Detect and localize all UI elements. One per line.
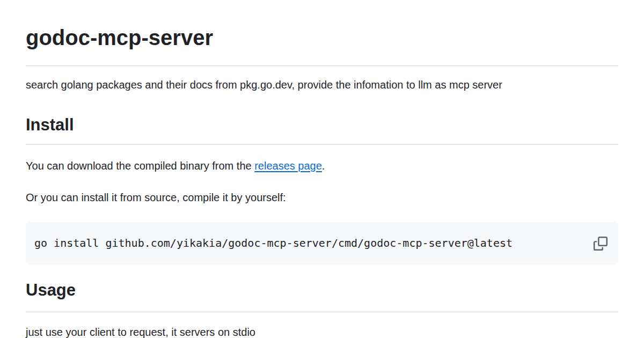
intro-text: search golang packages and their docs fr… bbox=[26, 77, 618, 93]
section-heading-install: Install bbox=[26, 114, 618, 145]
install-source-text: Or you can install it from source, compi… bbox=[26, 189, 618, 205]
page-title: godoc-mcp-server bbox=[26, 24, 618, 66]
install-download-text: You can download the compiled binary fro… bbox=[26, 158, 618, 174]
copy-button[interactable] bbox=[591, 234, 610, 253]
readme-page: godoc-mcp-server search golang packages … bbox=[0, 24, 644, 338]
copy-icon bbox=[594, 237, 608, 251]
code-snippet: go install github.com/yikakia/godoc-mcp-… bbox=[34, 237, 610, 250]
download-text-after: . bbox=[322, 160, 325, 172]
section-heading-usage: Usage bbox=[26, 280, 618, 312]
readme-content: godoc-mcp-server search golang packages … bbox=[0, 24, 644, 338]
download-text-before: You can download the compiled binary fro… bbox=[26, 160, 254, 172]
install-code-block: go install github.com/yikakia/godoc-mcp-… bbox=[26, 222, 618, 264]
usage-text: just use your client to request, it serv… bbox=[26, 324, 618, 338]
releases-page-link[interactable]: releases page bbox=[254, 160, 322, 172]
code-text: go install github.com/yikakia/godoc-mcp-… bbox=[34, 237, 513, 249]
